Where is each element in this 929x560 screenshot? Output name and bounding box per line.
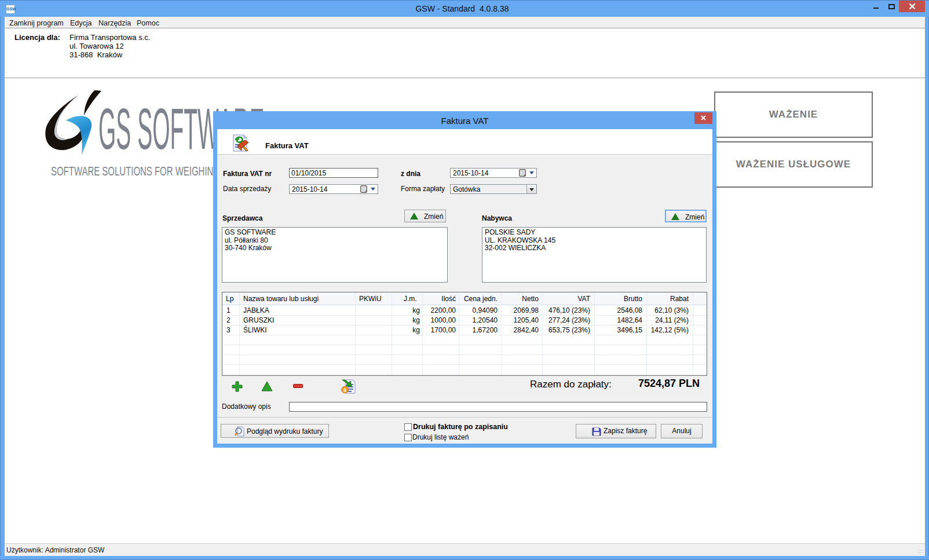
svg-text:$: $ — [343, 387, 347, 393]
